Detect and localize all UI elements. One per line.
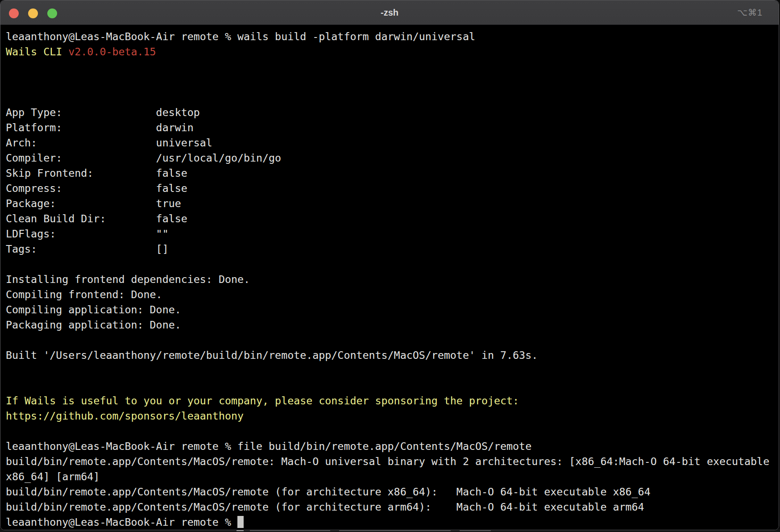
window-shortcut-hint: ⌥⌘1: [737, 0, 763, 25]
terminal-line: [6, 378, 779, 393]
terminal-line: [6, 332, 779, 348]
terminal-text: leaanthony@Leas-MacBook-Air remote % fil…: [6, 440, 531, 452]
terminal-line: Compiling application: Done.: [6, 302, 779, 317]
terminal-text: Package: true: [6, 197, 181, 209]
terminal-line: [6, 75, 779, 90]
terminal-line: Platform: darwin: [6, 120, 779, 135]
terminal-text: Compiling frontend: Done.: [6, 288, 162, 300]
terminal-line: Tags: []: [6, 241, 779, 257]
terminal-window: -zsh ⌥⌘1 leaanthony@Leas-MacBook-Air rem…: [0, 0, 779, 530]
terminal-text: Compiling application: Done.: [6, 303, 181, 316]
desktop-background: { "window": { "title": "-zsh", "shortcut…: [0, 0, 780, 532]
terminal-text: x86_64] [arm64]: [6, 470, 100, 482]
terminal-text: Installing frontend dependencies: Done.: [6, 273, 250, 285]
terminal-text: Clean Build Dir: false: [6, 212, 187, 224]
terminal-line: [6, 424, 779, 439]
terminal-text: Compiler: /usr/local/go/bin/go: [6, 152, 281, 164]
terminal-line: Packaging application: Done.: [6, 317, 779, 332]
terminal-line: build/bin/remote.app/Contents/MacOS/remo…: [6, 484, 779, 499]
terminal-text: LDFlags: "": [6, 228, 169, 240]
terminal-text: Wails CLI: [6, 46, 68, 58]
terminal-line: leaanthony@Leas-MacBook-Air remote % fil…: [6, 439, 779, 454]
terminal-line: Arch: universal: [6, 135, 779, 150]
terminal-line: Compress: false: [6, 181, 779, 196]
terminal-text: Skip Frontend: false: [6, 167, 187, 179]
terminal-line: x86_64] [arm64]: [6, 469, 779, 484]
terminal-text: Platform: darwin: [6, 121, 194, 133]
terminal-line: [6, 90, 779, 105]
terminal-content[interactable]: leaanthony@Leas-MacBook-Air remote % wai…: [0, 25, 779, 530]
terminal-text: leaanthony@Leas-MacBook-Air remote % wai…: [6, 30, 475, 42]
terminal-text: leaanthony@Leas-MacBook-Air remote %: [6, 516, 237, 528]
terminal-text: https://github.com/sponsors/leaanthony: [6, 410, 244, 422]
terminal-line: leaanthony@Leas-MacBook-Air remote % wai…: [6, 29, 779, 44]
terminal-text: build/bin/remote.app/Contents/MacOS/remo…: [6, 486, 651, 498]
window-title: -zsh: [0, 0, 779, 25]
terminal-line: leaanthony@Leas-MacBook-Air remote %: [6, 515, 779, 530]
terminal-line: Built '/Users/leaanthony/remote/build/bi…: [6, 348, 779, 363]
terminal-line: Installing frontend dependencies: Done.: [6, 272, 779, 287]
terminal-text: If Wails is useful to you or your compan…: [6, 395, 519, 407]
terminal-line: build/bin/remote.app/Contents/MacOS/remo…: [6, 454, 779, 469]
terminal-line: build/bin/remote.app/Contents/MacOS/remo…: [6, 499, 779, 515]
terminal-line: LDFlags: "": [6, 226, 779, 241]
terminal-text: Tags: []: [6, 243, 169, 255]
terminal-text: App Type: desktop: [6, 106, 200, 118]
terminal-text: Arch: universal: [6, 137, 212, 149]
terminal-text: build/bin/remote.app/Contents/MacOS/remo…: [6, 501, 644, 513]
terminal-line: [6, 363, 779, 378]
terminal-line: Compiler: /usr/local/go/bin/go: [6, 150, 779, 166]
terminal-line: https://github.com/sponsors/leaanthony: [6, 408, 779, 424]
terminal-line: App Type: desktop: [6, 105, 779, 120]
terminal-line: Package: true: [6, 196, 779, 211]
terminal-text: build/bin/remote.app/Contents/MacOS/remo…: [6, 455, 769, 467]
window-titlebar[interactable]: -zsh ⌥⌘1: [0, 0, 779, 25]
terminal-line: Skip Frontend: false: [6, 166, 779, 181]
terminal-text: v2.0.0-beta.15: [68, 46, 156, 58]
terminal-line: Clean Build Dir: false: [6, 211, 779, 226]
terminal-line: If Wails is useful to you or your compan…: [6, 393, 779, 408]
terminal-text: Compress: false: [6, 182, 187, 194]
terminal-text: Built '/Users/leaanthony/remote/build/bi…: [6, 349, 538, 361]
terminal-text: Packaging application: Done.: [6, 319, 181, 331]
terminal-line: Compiling frontend: Done.: [6, 287, 779, 302]
terminal-line: Wails CLI v2.0.0-beta.15: [6, 44, 779, 59]
terminal-line: [6, 59, 779, 75]
terminal-cursor: [237, 516, 244, 528]
terminal-line: [6, 257, 779, 272]
